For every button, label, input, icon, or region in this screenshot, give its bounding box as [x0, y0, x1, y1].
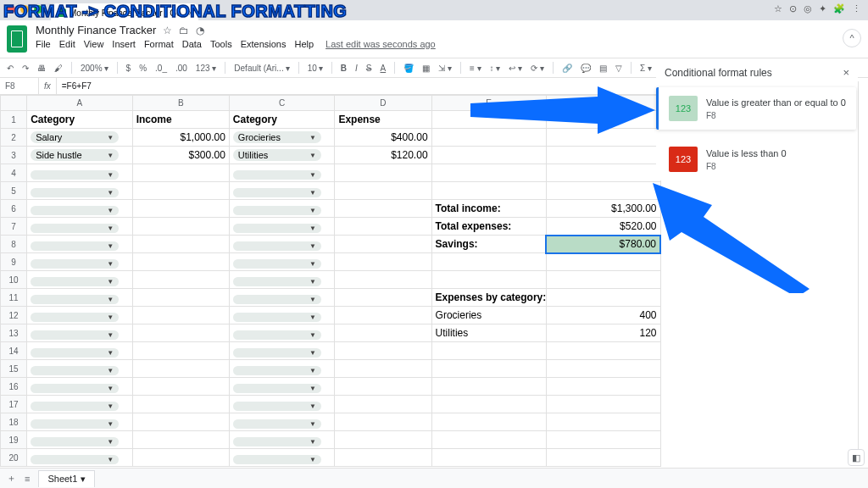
data-validation-dropdown[interactable]: ▼ — [233, 206, 321, 215]
link-button[interactable]: 🔗 — [560, 62, 574, 75]
filter-button[interactable]: ▽ — [614, 62, 624, 75]
cell[interactable]: Expense — [335, 111, 431, 129]
row-header[interactable]: 12 — [1, 307, 27, 324]
row-header[interactable]: 14 — [1, 342, 27, 360]
zoom-select[interactable]: 200% ▾ — [79, 62, 110, 75]
data-validation-dropdown[interactable]: ▼ — [31, 348, 119, 358]
data-validation-dropdown[interactable]: ▼ — [233, 295, 321, 304]
menu-edit[interactable]: Edit — [59, 39, 75, 49]
cell[interactable]: ▼ — [27, 253, 133, 271]
sheet-tab[interactable]: Sheet1 ▾ — [38, 470, 95, 487]
functions-button[interactable]: Σ ▾ — [638, 62, 654, 75]
cell[interactable] — [335, 413, 431, 431]
cell[interactable] — [335, 342, 431, 360]
more-formats-button[interactable]: 123 ▾ — [194, 62, 218, 75]
row-header[interactable]: 16 — [1, 378, 27, 396]
data-validation-dropdown[interactable]: ▼ — [31, 437, 119, 446]
cell[interactable] — [431, 396, 546, 413]
cell[interactable] — [335, 289, 431, 307]
cell[interactable]: Savings: — [431, 236, 546, 253]
cell[interactable]: $780.00 — [546, 236, 660, 253]
cell[interactable] — [132, 236, 229, 253]
cell[interactable] — [335, 218, 431, 236]
cell[interactable] — [546, 413, 660, 431]
cell[interactable] — [335, 253, 431, 271]
data-validation-dropdown[interactable]: ▼ — [31, 366, 119, 375]
cell[interactable]: $1,000.00 — [132, 129, 229, 147]
row-header[interactable]: 9 — [1, 253, 27, 271]
cell[interactable]: Income — [132, 111, 229, 129]
data-validation-dropdown[interactable]: ▼ — [233, 224, 321, 233]
cell[interactable]: ▼ — [229, 236, 335, 253]
fill-color-button[interactable]: 🪣 — [402, 62, 415, 75]
row-header[interactable]: 15 — [1, 360, 27, 378]
wrap-button[interactable]: ↩ ▾ — [507, 62, 524, 75]
italic-button[interactable]: I — [353, 62, 359, 75]
cell[interactable] — [431, 147, 546, 164]
menu-help[interactable]: Help — [294, 39, 314, 49]
undo-button[interactable]: ↶ — [5, 62, 15, 75]
comment-button[interactable]: 💬 — [579, 62, 593, 75]
data-validation-dropdown[interactable]: ▼ — [31, 277, 119, 286]
cell[interactable]: ▼ — [229, 449, 335, 467]
data-validation-dropdown[interactable]: Side hustle▼ — [31, 149, 119, 161]
data-validation-dropdown[interactable]: ▼ — [31, 330, 119, 340]
ext-icon[interactable]: ⊙ — [789, 3, 797, 14]
menu-file[interactable]: File — [36, 39, 51, 49]
cell[interactable] — [335, 431, 431, 449]
cell[interactable]: ▼ — [229, 164, 335, 182]
cell[interactable]: ▼ — [229, 218, 335, 236]
menu-format[interactable]: Format — [144, 39, 174, 49]
cell[interactable]: ▼ — [229, 182, 335, 200]
explore-button[interactable]: ◧ — [848, 449, 865, 466]
increase-decimal-button[interactable]: .00 — [174, 62, 189, 75]
cell[interactable] — [431, 413, 546, 431]
menu-data[interactable]: Data — [182, 39, 202, 49]
panel-close-button[interactable]: × — [843, 66, 849, 79]
text-color-button[interactable]: A — [379, 62, 388, 75]
row-header[interactable]: 18 — [1, 413, 27, 431]
cell[interactable] — [431, 253, 546, 271]
data-validation-dropdown[interactable]: Grocieries▼ — [233, 131, 321, 143]
cell[interactable] — [132, 164, 229, 182]
cell[interactable]: Utilities — [431, 324, 546, 342]
cell[interactable]: Salary▼ — [27, 129, 133, 147]
cell[interactable] — [132, 342, 229, 360]
cell[interactable] — [132, 289, 229, 307]
cell[interactable]: $120.00 — [335, 147, 431, 164]
row-header[interactable]: 19 — [1, 431, 27, 449]
star-icon[interactable]: ☆ — [163, 25, 172, 36]
data-validation-dropdown[interactable]: ▼ — [31, 313, 119, 322]
cell[interactable]: 120 — [546, 324, 660, 342]
cell[interactable]: ▼ — [229, 431, 335, 449]
data-validation-dropdown[interactable]: Salary▼ — [31, 131, 119, 143]
cell[interactable] — [335, 236, 431, 253]
cell[interactable] — [546, 378, 660, 396]
row-header[interactable]: 11 — [1, 289, 27, 307]
cell[interactable]: ▼ — [229, 378, 335, 396]
decrease-decimal-button[interactable]: .0_ — [153, 62, 169, 75]
ext-icon[interactable]: ◎ — [804, 3, 812, 14]
data-validation-dropdown[interactable]: ▼ — [31, 188, 119, 197]
cell[interactable] — [132, 200, 229, 218]
collapse-menus-button[interactable]: ^ — [843, 29, 861, 47]
cell[interactable]: $300.00 — [132, 147, 229, 164]
sheets-logo-icon[interactable] — [7, 25, 27, 53]
data-validation-dropdown[interactable]: ▼ — [233, 330, 321, 340]
cell[interactable]: ▼ — [229, 271, 335, 289]
strike-button[interactable]: S — [364, 62, 374, 75]
print-button[interactable]: 🖶 — [36, 62, 47, 75]
cell[interactable] — [546, 342, 660, 360]
col-header[interactable]: C — [229, 96, 335, 111]
cell[interactable]: ▼ — [229, 324, 335, 342]
cell[interactable]: ▼ — [27, 271, 133, 289]
data-validation-dropdown[interactable]: ▼ — [233, 455, 321, 464]
cell[interactable] — [132, 324, 229, 342]
cell[interactable]: ▼ — [229, 289, 335, 307]
col-header[interactable]: B — [132, 96, 229, 111]
format-rule-card[interactable]: 123 Value is less than 0 F8 — [656, 138, 858, 180]
cell[interactable]: ▼ — [229, 396, 335, 413]
data-validation-dropdown[interactable]: ▼ — [233, 402, 321, 411]
data-validation-dropdown[interactable]: ▼ — [233, 188, 321, 197]
cell[interactable]: ▼ — [27, 431, 133, 449]
